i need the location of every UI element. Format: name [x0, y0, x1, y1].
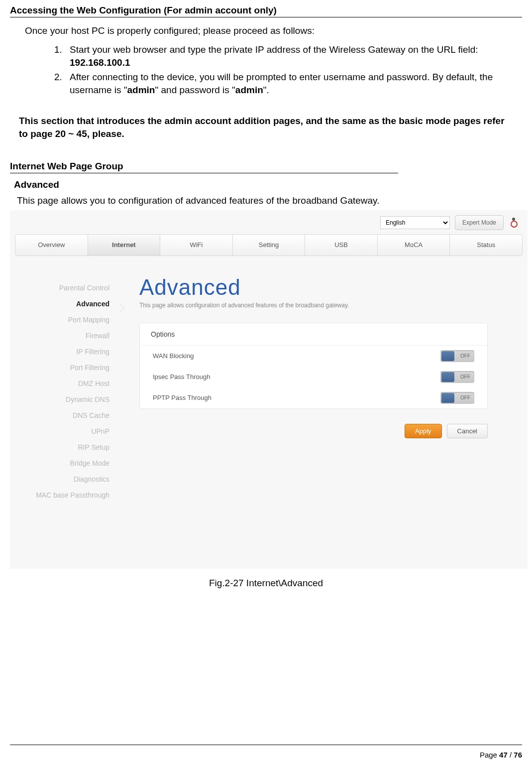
sidebar-item-parental[interactable]: Parental Control [15, 280, 119, 296]
step-2-pass: admin [235, 85, 263, 95]
footer-sep: / [508, 751, 514, 759]
tab-moca[interactable]: MoCA [378, 235, 450, 256]
tab-usb[interactable]: USB [305, 235, 378, 256]
step-2-text-b: " and password is " [155, 85, 235, 95]
sidebar-item-dns-cache[interactable]: DNS Cache [15, 407, 119, 423]
subsection-heading: Advanced [14, 179, 522, 190]
sidebar: Parental Control Advanced Port Mapping F… [15, 280, 119, 503]
sidebar-item-bridge[interactable]: Bridge Mode [15, 455, 119, 471]
panel-title: Advanced [139, 275, 488, 300]
toggle-wan-blocking[interactable]: OFF [440, 350, 474, 362]
top-controls: English Expert Mode [380, 215, 519, 230]
note-text: This section that introduces the admin a… [19, 115, 513, 141]
step-2-text-c: ". [263, 85, 269, 95]
sidebar-item-port-filtering[interactable]: Port Filtering [15, 360, 119, 376]
steps-list: Start your web browser and type the priv… [65, 43, 522, 97]
option-label: PPTP Pass Through [153, 394, 212, 401]
sidebar-item-firewall[interactable]: Firewall [15, 328, 119, 344]
option-wan-blocking: WAN Blocking OFF [140, 346, 487, 367]
group-heading: Internet Web Page Group [10, 161, 398, 173]
intro-text: Once your host PC is properly configured… [25, 25, 522, 36]
sidebar-item-ddns[interactable]: Dynamic DNS [15, 391, 119, 407]
tab-setting[interactable]: Setting [233, 235, 306, 256]
sidebar-item-rip[interactable]: RIP Setup [15, 439, 119, 455]
cancel-button[interactable]: Cancel [447, 424, 488, 438]
toggle-pptp[interactable]: OFF [440, 392, 474, 404]
step-2-user: admin [127, 85, 155, 95]
step-1-ip: 192.168.100.1 [70, 57, 130, 68]
subsection-desc: This page allows you to configuration of… [17, 195, 522, 206]
sidebar-item-diagnostics[interactable]: Diagnostics [15, 471, 119, 487]
sidebar-item-advanced[interactable]: Advanced [15, 296, 119, 312]
tab-internet[interactable]: Internet [88, 235, 161, 256]
main-panel: Advanced This page allows configuration … [139, 275, 488, 438]
figure-caption: Fig.2-27 Internet\Advanced [10, 578, 522, 589]
step-1: Start your web browser and type the priv… [65, 43, 522, 69]
tab-overview[interactable]: Overview [15, 235, 88, 256]
sidebar-item-dmz[interactable]: DMZ Host [15, 376, 119, 391]
button-row: Apply Cancel [139, 424, 488, 438]
footer-page-num: 47 [499, 751, 508, 759]
panel-description: This page allows configuration of advanc… [139, 302, 488, 309]
sidebar-item-port-mapping[interactable]: Port Mapping [15, 312, 119, 328]
logout-icon[interactable] [509, 218, 519, 228]
option-label: WAN Blocking [153, 352, 194, 360]
apply-button[interactable]: Apply [405, 424, 442, 438]
step-2: After connecting to the device, you will… [65, 71, 522, 96]
option-ipsec: Ipsec Pass Through OFF [140, 367, 487, 387]
tab-wifi[interactable]: WiFi [160, 235, 233, 256]
option-label: Ipsec Pass Through [153, 373, 210, 381]
main-tabbar: Overview Internet WiFi Setting USB MoCA … [15, 234, 523, 256]
sidebar-item-mac-pass[interactable]: MAC base Passthrough [15, 487, 119, 503]
footer-page-label: Page [480, 751, 499, 759]
toggle-ipsec[interactable]: OFF [440, 371, 474, 383]
tab-status[interactable]: Status [450, 235, 522, 256]
sidebar-item-upnp[interactable]: UPnP [15, 423, 119, 439]
sidebar-item-ip-filtering[interactable]: IP Filtering [15, 344, 119, 360]
options-card: Options WAN Blocking OFF Ipsec Pass Thro… [139, 323, 488, 409]
language-select[interactable]: English [380, 216, 450, 229]
options-header: Options [140, 323, 487, 346]
expert-mode-button[interactable]: Expert Mode [455, 215, 504, 230]
step-1-text: Start your web browser and type the priv… [70, 44, 478, 55]
app-screenshot: English Expert Mode Overview Internet Wi… [10, 210, 528, 569]
footer-page-total: 76 [514, 751, 522, 759]
footer-divider [10, 745, 522, 745]
section-heading: Accessing the Web Configuration (For adm… [10, 5, 522, 17]
page-footer: Page 47 / 76 [480, 751, 522, 759]
option-pptp: PPTP Pass Through OFF [140, 387, 487, 408]
